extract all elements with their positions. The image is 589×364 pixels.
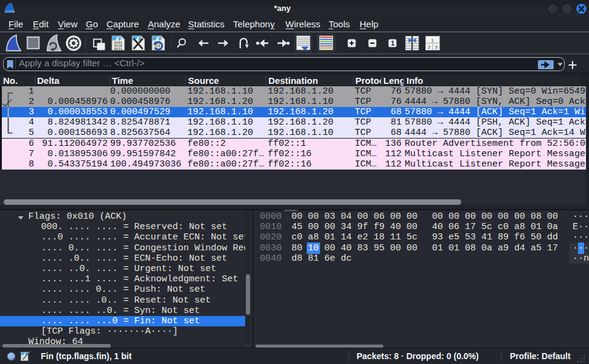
svg-text:1: 1: [431, 38, 434, 43]
svg-text:3: 3: [435, 44, 438, 50]
svg-text:0111: 0111: [114, 47, 123, 51]
svg-text:1: 1: [391, 39, 395, 47]
svg-text:2: 2: [428, 44, 431, 50]
